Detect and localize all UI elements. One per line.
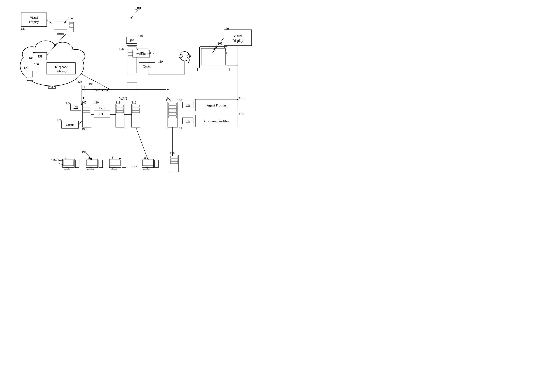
visual-display-right-label: Visual <box>234 34 242 38</box>
customer-profiles-label: Customer Profiles <box>204 119 229 123</box>
agent-profiles-label: Agent Profiles <box>207 104 227 107</box>
svg-point-39 <box>180 52 189 61</box>
svg-rect-92 <box>113 168 115 169</box>
svg-marker-35 <box>82 97 84 99</box>
svg-rect-94 <box>122 160 126 168</box>
svg-rect-93 <box>111 169 117 170</box>
visual-display-left-label: Visual <box>30 16 38 19</box>
svg-point-41 <box>187 55 190 58</box>
svg-rect-83 <box>64 169 70 170</box>
ref-109: 109 <box>82 127 87 130</box>
svg-rect-77 <box>132 105 139 107</box>
web-server-label: Web Server <box>94 88 110 92</box>
ref-123: 123 <box>78 80 82 83</box>
svg-rect-68 <box>83 111 90 113</box>
svg-rect-44 <box>201 48 225 65</box>
ws3-label: 3 <box>112 156 113 159</box>
ref-104: 104 <box>68 16 73 20</box>
svg-marker-1 <box>130 16 133 19</box>
tel-gateway-label2: Gateway <box>55 69 67 73</box>
svg-rect-25 <box>128 47 136 49</box>
isp-label: ISP <box>38 55 43 58</box>
svg-rect-91 <box>110 160 120 166</box>
sw-124-label: SW <box>74 106 78 109</box>
svg-rect-72 <box>116 104 124 127</box>
ws1-label: 1 <box>65 156 67 159</box>
svg-line-124 <box>79 121 82 124</box>
svg-rect-73 <box>116 105 123 107</box>
ref-102: 102 <box>29 57 34 60</box>
ref-106: 106 <box>34 63 39 66</box>
ref-124: 124 <box>66 101 71 105</box>
svg-rect-4 <box>59 32 62 34</box>
svg-rect-74 <box>116 108 123 110</box>
visual-display-left-label2: Display <box>29 20 39 24</box>
ref-122: 122 <box>24 66 28 70</box>
svg-rect-51 <box>169 103 176 105</box>
ref-119: 119 <box>158 60 163 63</box>
svg-rect-79 <box>132 111 139 113</box>
svg-rect-81 <box>63 160 74 166</box>
svg-rect-65 <box>82 104 91 127</box>
svg-rect-78 <box>132 108 139 110</box>
ref-117: 117 <box>150 51 154 55</box>
svg-rect-102 <box>171 159 178 161</box>
svg-marker-33 <box>167 89 169 90</box>
svg-rect-84 <box>75 160 79 168</box>
svg-line-117 <box>136 127 148 159</box>
ref-126: 126 <box>177 99 182 102</box>
svg-rect-8 <box>70 26 73 28</box>
pstn-label: PSTN <box>48 85 56 89</box>
sw-118-label: SW <box>130 39 134 42</box>
svg-rect-54 <box>169 112 176 115</box>
svg-rect-101 <box>171 156 178 158</box>
ref-112: 112 <box>132 101 136 104</box>
svg-marker-32 <box>82 89 84 90</box>
svg-rect-103 <box>171 161 178 164</box>
ref-101: 101 <box>80 85 85 89</box>
ref-113: 113 <box>166 99 170 102</box>
ref-116: 116 (1-n) <box>51 158 63 162</box>
svg-rect-89 <box>99 160 102 168</box>
svg-rect-67 <box>83 108 90 110</box>
ref-108: 108 <box>119 47 124 50</box>
svg-rect-21 <box>28 71 32 77</box>
svg-line-107 <box>82 74 110 90</box>
ref-103: 103 <box>82 150 87 153</box>
svg-rect-76 <box>132 104 140 127</box>
svg-line-37 <box>132 43 132 46</box>
svg-rect-99 <box>155 160 159 168</box>
svg-rect-75 <box>116 111 123 113</box>
dots-label: . . . <box>132 163 137 167</box>
ref-120: 120 <box>224 27 229 30</box>
wsn-label: n <box>144 156 146 159</box>
svg-line-11 <box>47 20 53 24</box>
ref-114: 114 <box>239 97 244 100</box>
sw-customer-label: SW <box>186 119 190 123</box>
svg-rect-52 <box>169 106 176 109</box>
queue-top-label: Queue <box>143 65 151 68</box>
svg-rect-86 <box>87 160 97 166</box>
svg-rect-82 <box>66 168 68 169</box>
ref-125: 125 <box>57 118 62 122</box>
ref-121: 121 <box>21 27 26 30</box>
svg-rect-53 <box>169 109 176 112</box>
svg-rect-5 <box>57 34 64 35</box>
ref-100: 100 <box>135 6 141 10</box>
sw-agent-label: SW <box>186 104 190 107</box>
queue-bottom-label: Queue <box>66 123 74 126</box>
svg-line-0 <box>132 10 138 17</box>
svg-rect-87 <box>89 168 92 169</box>
svg-rect-45 <box>197 68 229 71</box>
svg-rect-55 <box>169 116 176 118</box>
svg-rect-28 <box>128 56 136 73</box>
svg-rect-88 <box>87 169 94 170</box>
svg-point-40 <box>179 55 182 58</box>
visual-display-left-box <box>21 13 47 27</box>
svg-rect-96 <box>143 160 153 166</box>
ref-127: 127 <box>177 127 182 130</box>
ref-111: 111 <box>116 101 120 104</box>
ref-115: 115 <box>239 112 244 116</box>
svg-rect-97 <box>145 168 148 169</box>
ivr-label: IVR <box>99 106 105 109</box>
